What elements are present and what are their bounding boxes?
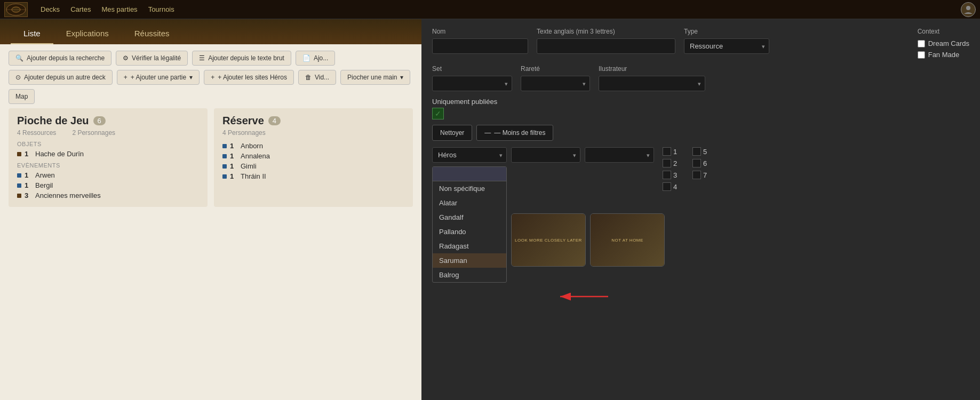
vid-button[interactable]: 🗑 Vid... (298, 70, 336, 85)
map-button[interactable]: Map (9, 89, 35, 104)
hero-select[interactable]: Héros Non spécifique Alatar Gandalf Pall… (432, 147, 507, 163)
uniquement-section: Uniquement publiées ✓ (432, 98, 969, 119)
minus-icon: — (484, 129, 491, 137)
num-checkbox-6[interactable] (692, 159, 701, 167)
left-content-area: 🔍 Ajouter depuis la recherche ⚙ Vérifier… (0, 44, 421, 400)
num-checkbox-7[interactable] (692, 171, 701, 179)
filter-row-1: Nom Texte anglais (min 3 lettres) Type R… (432, 28, 969, 59)
nettoyer-button[interactable]: Nettoyer (432, 125, 472, 141)
doc-icon: 📄 (302, 54, 310, 62)
chevron-down2-icon: ▾ (400, 74, 403, 81)
card-anciennes: 3 Anciennes merveilles (17, 190, 199, 201)
texte-label: Texte anglais (min 3 lettres) (537, 28, 675, 35)
context-label: Context (918, 28, 969, 35)
nav-cartes[interactable]: Cartes (70, 5, 91, 13)
dropdown-search-input[interactable] (433, 167, 506, 181)
set-filter-group: Set (432, 65, 512, 91)
card-gimli: 1 Gimli (222, 161, 404, 171)
num-3: 3 (663, 171, 689, 179)
right-panel: Nom Texte anglais (min 3 lettres) Type R… (421, 19, 980, 400)
illustrateur-select-wrapper (599, 76, 705, 91)
add-partie-button[interactable]: + + Ajouter une partie ▾ (117, 70, 200, 85)
card-preview-3[interactable]: NOT AT HOME (590, 213, 665, 267)
fan-made-checkbox-label[interactable]: Fan Made (918, 51, 969, 59)
top-navigation: Decks Cartes Mes parties Tournois (0, 0, 980, 19)
reserve-count: 4 (268, 116, 281, 125)
card-hache: 1 Hache de Durïn (17, 149, 199, 159)
nav-tournois[interactable]: Tournois (148, 5, 174, 13)
card-arwen: 1 Arwen (17, 170, 199, 180)
tab-bar: Liste Explications Réussites (0, 23, 421, 44)
dropdown-item-nonspecifique[interactable]: Non spécifique (433, 181, 506, 196)
draw-hand-button[interactable]: Piocher une main ▾ (340, 70, 410, 85)
num-checkbox-1[interactable] (663, 147, 671, 156)
tab-explications[interactable]: Explications (53, 23, 122, 44)
num-5: 5 (692, 147, 719, 156)
tab-reussites[interactable]: Réussites (122, 23, 182, 44)
dropdown-item-gandalf[interactable]: Gandalf (433, 210, 506, 225)
sub-select1[interactable] (511, 147, 580, 163)
svg-point-3 (966, 6, 970, 10)
card-dot-brown2 (17, 194, 21, 198)
set-select-wrapper (432, 76, 512, 91)
nav-decks[interactable]: Decks (41, 5, 60, 13)
illustrateur-label: Ilustrateur (599, 65, 705, 73)
toolbar-row-1: 🔍 Ajouter depuis la recherche ⚙ Vérifier… (9, 51, 413, 66)
set-select[interactable] (432, 76, 512, 91)
num-checkbox-5[interactable] (692, 147, 701, 156)
illustrateur-select[interactable] (599, 76, 705, 91)
type-label: Type (684, 28, 769, 35)
main-layout: Liste Explications Réussites 🔍 Ajouter d… (0, 19, 980, 400)
dot-annalena (222, 154, 227, 158)
dropdown-item-alatar[interactable]: Alatar (433, 196, 506, 210)
num-checkbox-4[interactable] (663, 182, 671, 191)
user-avatar[interactable] (961, 2, 976, 17)
objets-label: OBJETS (17, 141, 199, 147)
dropdown-item-saruman[interactable]: Saruman (433, 253, 506, 268)
moins-filtres-button[interactable]: — — Moins de filtres (476, 125, 553, 141)
logo (4, 2, 28, 17)
add-search-button[interactable]: 🔍 Ajouter depuis la recherche (9, 51, 111, 66)
deck-grid: Pioche de Jeu 6 4 Ressources 2 Personnag… (9, 108, 413, 207)
texte-input[interactable] (537, 38, 675, 54)
verify-legality-button[interactable]: ⚙ Vérifier la légalité (116, 51, 188, 66)
dream-cards-label: Dream Cards (928, 39, 969, 47)
num-checkbox-3[interactable] (663, 171, 671, 179)
dropdown-item-pallando[interactable]: Pallando (433, 225, 506, 239)
type-select-wrapper: Ressource Personnage Site Evènement Obje… (684, 38, 769, 54)
tab-liste[interactable]: Liste (11, 23, 53, 44)
card-previews: 1 A PANOPLY O... LOOK MORE CLOSELY LATER… (432, 213, 969, 267)
hero-dropdown-container: Héros Non spécifique Alatar Gandalf Pall… (432, 147, 507, 163)
search-icon: 🔍 (15, 54, 23, 62)
card-annalena: 1 Annalena (222, 151, 404, 161)
toolbar-row-2: ⊙ Ajouter depuis un autre deck + + Ajout… (9, 70, 413, 104)
dream-cards-checkbox[interactable] (918, 40, 925, 47)
add-btn4[interactable]: 📄 Ajo... (296, 51, 335, 66)
add-other-deck-button[interactable]: ⊙ Ajouter depuis un autre deck (9, 70, 113, 85)
pioche-subtitle1: 4 Ressources 2 Personnages (17, 129, 199, 137)
uniquement-label: Uniquement publiées (432, 98, 969, 106)
nom-input[interactable] (432, 38, 528, 54)
dropdown-item-radagast[interactable]: Radagast (433, 239, 506, 253)
add-sites-heros-button[interactable]: + + Ajouter les sites Héros (204, 70, 294, 85)
type-select[interactable]: Ressource Personnage Site Evènement Obje… (684, 38, 769, 54)
plus2-icon: + (211, 74, 214, 81)
nom-filter-group: Nom (432, 28, 528, 54)
dropdown-item-balrog[interactable]: Balrog (433, 268, 506, 282)
add-text-button[interactable]: ☰ Ajouter depuis le texte brut (192, 51, 291, 66)
nom-label: Nom (432, 28, 528, 35)
sub-select2[interactable] (585, 147, 654, 163)
num-checkbox-2[interactable] (663, 159, 671, 167)
rarete-select[interactable] (521, 76, 590, 91)
uniquement-checkbox[interactable]: ✓ (432, 108, 444, 119)
card-anborn: 1 Anborn (222, 141, 404, 151)
dream-cards-checkbox-label[interactable]: Dream Cards (918, 39, 969, 47)
fan-made-checkbox[interactable] (918, 51, 925, 59)
reserve-subtitle: 4 Personnages (222, 129, 404, 137)
plus-icon: + (124, 74, 128, 81)
left-panel: Liste Explications Réussites 🔍 Ajouter d… (0, 19, 421, 400)
hero-filter-row: Héros Non spécifique Alatar Gandalf Pall… (432, 147, 969, 191)
card-preview-2[interactable]: LOOK MORE CLOSELY LATER (511, 213, 586, 267)
set-label: Set (432, 65, 512, 73)
nav-mes-parties[interactable]: Mes parties (101, 5, 137, 13)
